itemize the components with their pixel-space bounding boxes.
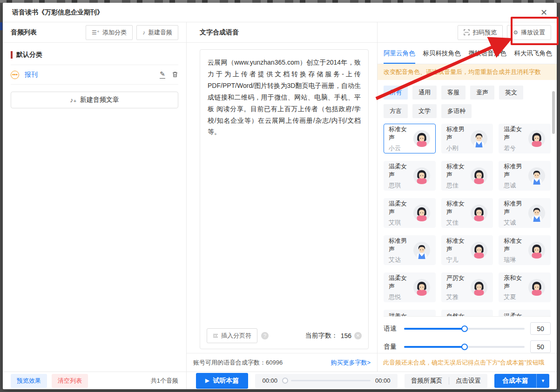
voice-filter-chip[interactable]: 文学 [412, 104, 437, 118]
voice-card[interactable]: 温柔女声 若兮 [499, 124, 551, 153]
voice-card[interactable]: 标准女声 宁儿 [441, 235, 493, 265]
voice-filter-chip[interactable]: 多语种 [441, 104, 472, 118]
voice-filter-chip[interactable]: 客服 [441, 86, 466, 100]
qr-scan-icon [464, 29, 470, 35]
time-total: 00:00 [375, 377, 391, 384]
voice-list-scrollbar[interactable] [552, 91, 555, 134]
click-setting-button[interactable]: 点击设置 [449, 377, 487, 385]
voice-name: 小云 [389, 144, 413, 153]
voice-provider-tab[interactable]: 科大讯飞角色 [514, 43, 552, 64]
chevron-down-icon[interactable]: ▼ [536, 374, 549, 388]
buy-more-link[interactable]: 购买更多字数> [331, 359, 371, 367]
text-editor[interactable]: 云展网（www.yunzhan365.com）创立于2014年，致力于为上传者提… [200, 49, 369, 349]
audio-page-group: 音频所属页 点击设置 [405, 374, 488, 388]
listen-button[interactable]: ▶ 试听本篇 [196, 373, 248, 389]
new-audio-button[interactable]: ♪ 新建音频 [136, 25, 178, 40]
voice-type: 温柔女声 [504, 125, 528, 142]
voice-filter-chips: 所有通用客服童声英文方言文学多语种 [378, 80, 557, 119]
new-audio-article-button[interactable]: ♪₊ 新建音频文章 [11, 92, 178, 108]
audio-page-button[interactable]: 音频所属页 [405, 377, 449, 385]
account-quota-row: 账号可用的语音合成字数： 60996 购买更多字数> [187, 353, 377, 372]
ellipsis-circle-icon[interactable]: ••• [11, 71, 19, 79]
scan-preview-button[interactable]: 扫码预览 [458, 25, 503, 40]
voice-filter-chip[interactable]: 英文 [499, 86, 523, 100]
playback-timeline[interactable]: 00:00 00:00 [255, 374, 397, 388]
voice-card[interactable]: 标准男声 艾达 [384, 235, 436, 265]
volume-value[interactable]: 50 [530, 340, 551, 353]
clear-list-button[interactable]: 清空列表 [52, 374, 88, 388]
account-quota-label: 账号可用的语音合成字数： [193, 359, 266, 367]
close-icon[interactable]: ✕ [540, 8, 547, 17]
voice-filter-chip[interactable]: 通用 [412, 86, 437, 100]
voice-card[interactable]: 标准男声 艾诚 [499, 198, 551, 228]
voice-type: 自然女声 [446, 312, 471, 317]
editor-toolbar: 插入分页符 ? 当前字数：156 ✕ [207, 328, 362, 343]
voice-card[interactable]: 严厉女声 艾雅 [441, 272, 493, 302]
voice-avatar [528, 279, 546, 296]
voice-avatar [413, 167, 431, 185]
audio-count-label: 共1个音频 [151, 377, 178, 385]
voice-filter-chip[interactable]: 所有 [384, 86, 408, 100]
audio-list-title: 音频列表 [11, 28, 37, 37]
speed-slider-handle[interactable] [461, 326, 468, 332]
voice-avatar [470, 204, 488, 222]
bottom-bar-right: ▶ 试听本篇 00:00 00:00 音频所属页 点击设置 合成本篇 ▼ [187, 372, 557, 389]
play-settings-button[interactable]: ⚙ 播放设置 [507, 25, 551, 40]
text-synthesis-title: 文字合成语音 [200, 28, 239, 37]
play-icon: ▶ [205, 378, 209, 384]
voice-card[interactable]: 亲和女声 艾夏 [499, 272, 551, 302]
voice-type: 标准女声 [389, 125, 413, 142]
gear-icon: ⚙ [513, 29, 518, 36]
voice-name: 思诚 [504, 181, 528, 190]
voice-card[interactable]: 温柔女声 思悦 [384, 272, 436, 302]
volume-slider-handle[interactable] [461, 344, 468, 350]
speed-value[interactable]: 50 [530, 322, 551, 335]
speed-slider-row: 语速 50 [384, 322, 551, 335]
timeline-handle[interactable] [282, 378, 288, 384]
voice-card[interactable]: 自然女声 [441, 310, 493, 317]
voice-card[interactable]: 甜美女声 [384, 310, 436, 317]
voice-type: 标准男声 [446, 125, 471, 142]
pagebreak-icon [213, 333, 218, 339]
add-category-button[interactable]: ☰⁺ 添加分类 [86, 25, 133, 40]
voice-card[interactable]: 温柔女声 思琪 [384, 161, 436, 191]
voice-name: 艾琪 [389, 219, 413, 227]
voice-card[interactable]: 标准男声 思诚 [499, 161, 551, 191]
voice-provider-tab[interactable]: 微软语音角色 [469, 43, 506, 64]
synthesize-button[interactable]: 合成本篇 ▼ [494, 374, 549, 388]
clear-text-icon[interactable]: ✕ [354, 332, 362, 339]
trash-icon[interactable] [172, 71, 178, 78]
volume-slider[interactable] [404, 346, 525, 348]
speed-label: 语速 [384, 325, 398, 333]
edit-icon[interactable]: ✎ [160, 71, 165, 78]
voice-name: 艾达 [389, 256, 413, 264]
voice-filter-chip[interactable]: 方言 [384, 104, 408, 118]
voice-card[interactable]: 温柔女声 [499, 310, 551, 317]
voice-name: 小刚 [446, 144, 471, 153]
preview-effect-button[interactable]: 预览效果 [11, 374, 47, 388]
voice-provider-tab[interactable]: 阿里云角色 [384, 43, 415, 64]
insert-pagebreak-button[interactable]: 插入分页符 [207, 328, 257, 343]
timeline-track[interactable] [291, 380, 371, 381]
voice-provider-tab[interactable]: 标贝科技角色 [423, 43, 461, 64]
voice-card[interactable]: 温柔女声 艾琪 [384, 198, 436, 228]
voice-card[interactable]: 标准女声 思佳 [441, 161, 493, 191]
voice-type: 严厉女声 [446, 274, 471, 291]
voice-provider-tabs: 阿里云角色标贝科技角色微软语音角色科大讯飞角色 [378, 43, 557, 64]
voice-card[interactable]: 标准女声 艾佳 [441, 198, 493, 228]
voice-avatar [528, 204, 546, 222]
voice-panel-header: 扫码预览 ⚙ 播放设置 [378, 22, 557, 43]
audio-item-row[interactable]: ••• 报刊 ✎ [11, 65, 178, 85]
editor-text[interactable]: 云展网（www.yunzhan365.com）创立于2014年，致力于为上传者提… [208, 57, 361, 138]
audio-item-label[interactable]: 报刊 [25, 71, 38, 79]
voice-card[interactable]: 标准女声 瑞琳 [499, 235, 551, 265]
voice-avatar [413, 241, 431, 259]
voice-filter-chip[interactable]: 童声 [470, 86, 494, 100]
voice-name: 宁儿 [446, 256, 471, 264]
voice-card[interactable]: 标准男声 小刚 [441, 124, 493, 153]
bottom-bar: 预览效果 清空列表 共1个音频 ▶ 试听本篇 00:00 00:00 音频所属页… [3, 372, 557, 389]
voice-card[interactable]: 标准女声 小云 [384, 124, 436, 153]
voice-name: 艾诚 [504, 219, 528, 227]
speed-slider[interactable] [404, 328, 525, 330]
help-icon[interactable]: ? [261, 332, 269, 339]
